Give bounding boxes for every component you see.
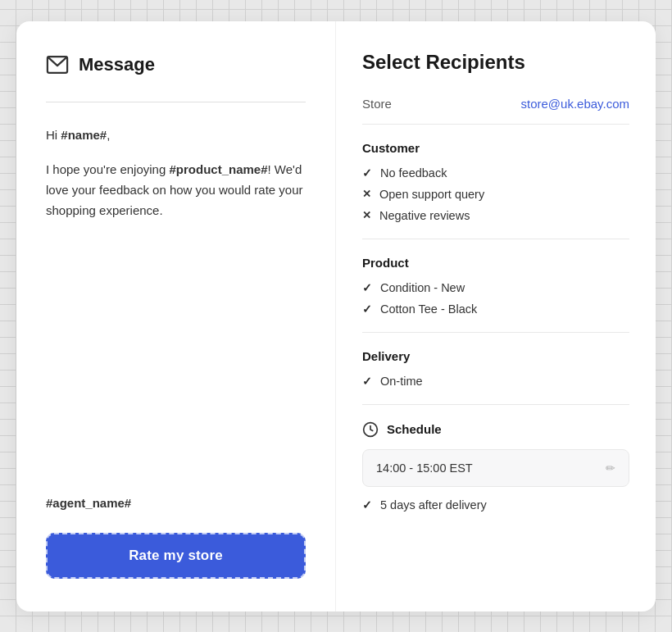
clock-icon [362, 421, 379, 438]
check-icon-p1: ✓ [362, 302, 372, 316]
body-paragraph: I hope you're enjoying #product_name#! W… [46, 160, 306, 221]
body-line1: I hope you're enjoying [46, 162, 166, 176]
mail-icon [46, 56, 69, 74]
delivery-section: Delivery ✓ On-time [362, 349, 629, 405]
store-email[interactable]: store@uk.ebay.com [520, 97, 629, 111]
schedule-header: Schedule [362, 421, 629, 438]
check-icon-s0: ✓ [362, 498, 372, 512]
customer-item-0: ✓ No feedback [362, 166, 629, 180]
check-icon-d0: ✓ [362, 375, 372, 388]
left-panel: Message Hi #name#, I hope you're enjoyin… [16, 21, 336, 612]
product-variable: #product_name# [169, 162, 267, 176]
customer-section-title: Customer [362, 141, 629, 155]
customer-item-0-text: No feedback [380, 166, 447, 180]
greeting-comma: , [107, 128, 110, 142]
delivery-item-0: ✓ On-time [362, 375, 629, 388]
delivery-section-title: Delivery [362, 349, 629, 363]
store-label: Store [362, 97, 392, 111]
customer-item-2: ✕ Negative reviews [362, 209, 629, 222]
rate-store-button[interactable]: Rate my store [46, 533, 306, 579]
agent-variable: #agent_name# [46, 496, 306, 510]
message-body: Hi #name#, I hope you're enjoying #produ… [46, 125, 306, 496]
delivery-timing-item: ✓ 5 days after delivery [362, 498, 629, 512]
product-section: Product ✓ Condition - New ✓ Cotton Tee -… [362, 256, 629, 333]
name-variable: #name# [61, 128, 107, 142]
main-card: Message Hi #name#, I hope you're enjoyin… [16, 21, 656, 612]
schedule-time-box[interactable]: 14:00 - 15:00 EST ✏ [362, 449, 629, 487]
delivery-item-0-text: On-time [380, 375, 423, 388]
greeting-line: Hi #name#, [46, 125, 306, 146]
product-item-0: ✓ Condition - New [362, 281, 629, 294]
edit-icon[interactable]: ✏ [606, 461, 615, 475]
customer-item-2-text: Negative reviews [379, 209, 470, 222]
product-item-1-text: Cotton Tee - Black [380, 302, 477, 316]
store-row: Store store@uk.ebay.com [362, 97, 629, 125]
schedule-title: Schedule [387, 422, 442, 436]
panel-header: Message [46, 54, 306, 75]
schedule-time-text: 14:00 - 15:00 EST [376, 461, 473, 475]
right-title: Select Recipients [362, 51, 629, 74]
right-panel: Select Recipients Store store@uk.ebay.co… [336, 21, 656, 612]
delivery-timing-text: 5 days after delivery [380, 498, 487, 512]
header-divider [46, 102, 306, 102]
check-icon-0: ✓ [362, 166, 372, 180]
greeting-text: Hi [46, 128, 61, 142]
product-item-1: ✓ Cotton Tee - Black [362, 302, 629, 316]
product-item-0-text: Condition - New [380, 281, 465, 294]
customer-item-1: ✕ Open support query [362, 188, 629, 201]
check-icon-p0: ✓ [362, 281, 372, 294]
x-icon-1: ✕ [362, 188, 371, 200]
x-icon-2: ✕ [362, 209, 371, 221]
customer-item-1-text: Open support query [379, 188, 484, 201]
customer-section: Customer ✓ No feedback ✕ Open support qu… [362, 141, 629, 239]
product-section-title: Product [362, 256, 629, 270]
schedule-section: Schedule 14:00 - 15:00 EST ✏ ✓ 5 days af… [362, 421, 629, 528]
panel-title: Message [79, 54, 155, 75]
